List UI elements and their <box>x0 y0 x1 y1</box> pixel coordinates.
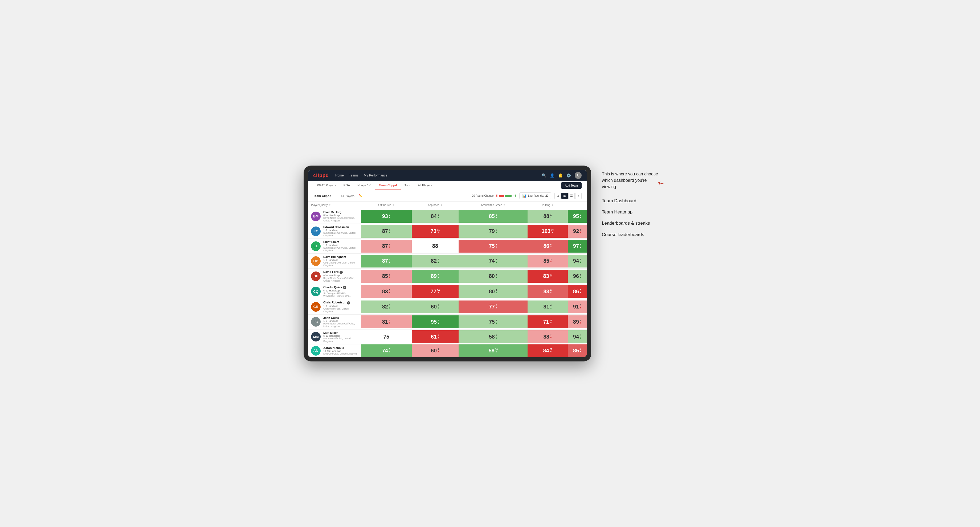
score-value: 73 <box>431 228 436 234</box>
table-row[interactable]: DF David Ford i Plus Handicap Royal Nort… <box>308 268 587 284</box>
score-value: 83 <box>543 273 549 279</box>
change-indicator: 11 ▼ <box>437 229 440 234</box>
change-indicator: 3 ▼ <box>388 289 391 294</box>
player-handicap: 6-10 Handicap <box>323 289 358 292</box>
score-box: 89 2 ▼ <box>568 316 587 328</box>
up-arrow-icon: ▲ <box>551 231 554 234</box>
tab-team-clippd[interactable]: Team Clippd <box>375 181 401 190</box>
change-indicator: 1 ▲ <box>495 289 498 294</box>
table-row[interactable]: CQ Charlie Quick i 6-10 Handicap St. Geo… <box>308 284 587 299</box>
tab-pgat-players[interactable]: PGAT Players <box>313 181 340 190</box>
player-cell: BM Blair McHarg Plus Handicap Royal Nort… <box>308 209 361 224</box>
player-count: 14 Players <box>340 194 355 197</box>
settings-icon[interactable]: ⚙️ <box>566 173 571 178</box>
up-arrow-icon: ▲ <box>388 216 391 219</box>
col-header-green: Around the Green ▼ <box>458 202 528 209</box>
search-icon[interactable]: 🔍 <box>542 173 546 178</box>
view-table-button[interactable]: ▦ <box>562 193 568 199</box>
tablet-screen: clippd Home Teams My Performance 🔍 👤 🔔 ⚙… <box>308 170 587 357</box>
table-body: BM Blair McHarg Plus Handicap Royal Nort… <box>308 209 587 357</box>
player-club: Sunningdale Golf Club, United Kingdom <box>323 232 358 237</box>
edit-icon[interactable]: ✏️ <box>359 194 363 197</box>
sort-icon-putting[interactable]: ▼ <box>551 204 554 206</box>
player-name: Dave Billingham <box>323 255 358 259</box>
table-row[interactable]: EC Edward Crossman 1-5 Handicap Sunningd… <box>308 224 587 239</box>
add-team-button[interactable]: Add Team <box>561 182 582 189</box>
player-handicap: 11-15 Handicap <box>323 349 357 352</box>
app-logo: clippd <box>313 173 329 178</box>
bell-icon[interactable]: 🔔 <box>558 173 563 178</box>
player-avatar: DB <box>311 256 321 266</box>
score-box: 103 15 ▲ <box>528 225 568 238</box>
table-row[interactable]: BM Blair McHarg Plus Handicap Royal Nort… <box>308 209 587 224</box>
sort-icon-player[interactable]: ▼ <box>329 204 331 206</box>
view-grid-button[interactable]: ⊞ <box>554 193 561 199</box>
score-cell: 84 6 ▲ <box>412 209 459 224</box>
score-cell: 60 2 ▲ <box>412 299 459 314</box>
sort-icon-green[interactable]: ▼ <box>503 204 506 206</box>
table-row[interactable]: JC Josh Coles 1-5 Handicap Royal North D… <box>308 314 587 329</box>
score-cell: 83 3 ▼ <box>361 284 412 299</box>
sort-icon-tee[interactable]: ▼ <box>392 204 395 206</box>
score-cell: 80 1 ▲ <box>458 284 528 299</box>
score-cell: 86 6 ▼ <box>528 239 568 254</box>
change-indicator: 8 ▲ <box>388 348 391 353</box>
score-cell: 87 4 ▲ <box>361 254 412 268</box>
change-indicator: 9 ▲ <box>495 229 498 234</box>
table-row[interactable]: MM Matt Miller 6-10 Handicap Woburn Golf… <box>308 329 587 344</box>
up-arrow-icon: ▲ <box>437 261 439 264</box>
score-value: 85 <box>543 258 549 264</box>
score-box: 91 3 ▼ <box>568 300 587 313</box>
down-arrow-icon: ▼ <box>550 351 552 353</box>
tab-hcaps[interactable]: Hcaps 1-5 <box>354 181 375 190</box>
view-expand-button[interactable]: ↕ <box>575 193 582 199</box>
score-cell: 75 2 ▲ <box>458 314 528 329</box>
table-row[interactable]: AN Aaron Nicholls 11-15 Handicap Drift G… <box>308 344 587 357</box>
up-arrow-icon: ▲ <box>388 231 391 234</box>
tab-pga[interactable]: PGA <box>340 181 354 190</box>
player-club: Sunningdale Golf Club, United Kingdom <box>323 246 358 252</box>
nav-home[interactable]: Home <box>335 173 344 177</box>
up-arrow-icon: ▲ <box>495 351 498 353</box>
table-row[interactable]: CR Chris Robertson i 1-5 Handicap Craigm… <box>308 299 587 314</box>
player-avatar: EE <box>311 241 321 251</box>
down-arrow-icon: ▼ <box>550 292 552 294</box>
player-club: Woburn Golf Club, United Kingdom <box>323 337 358 343</box>
last-rounds-button[interactable]: 📊 Last Rounds: 20 <box>519 192 551 199</box>
up-arrow-icon: ▲ <box>495 322 498 324</box>
score-value: 86 <box>573 289 579 295</box>
score-box: 97 5 ▲ <box>568 240 587 252</box>
down-arrow-icon: ▼ <box>579 292 582 294</box>
info-badge[interactable]: i <box>339 271 343 274</box>
score-value: 75 <box>489 243 495 249</box>
tab-all-players[interactable]: All Players <box>414 181 436 190</box>
score-box: 88 2 ▼ <box>528 330 568 343</box>
up-arrow-icon: ▲ <box>495 276 498 279</box>
player-info: Elliot Ebert 1-5 Handicap Sunningdale Go… <box>323 240 358 252</box>
score-value: 88 <box>432 243 438 249</box>
view-list-button[interactable]: ☰ <box>568 193 575 199</box>
table-row[interactable]: DB Dave Billingham 1-5 Handicap Gog Mago… <box>308 254 587 268</box>
score-value: 83 <box>543 289 549 295</box>
player-name: David Ford i <box>323 270 358 274</box>
score-value: 93 <box>382 213 388 219</box>
change-indicator: 1 ▲ <box>495 259 498 264</box>
change-bar <box>499 195 512 197</box>
avatar[interactable]: U <box>575 172 582 179</box>
change-indicator: 3 ▼ <box>388 243 391 249</box>
score-value: 96 <box>573 273 579 279</box>
sort-icon-approach[interactable]: ▼ <box>440 204 442 206</box>
bar-red <box>499 195 504 197</box>
player-info: Dave Billingham 1-5 Handicap Gog Magog G… <box>323 255 358 267</box>
info-badge[interactable]: i <box>343 286 346 289</box>
nav-my-performance[interactable]: My Performance <box>364 173 387 177</box>
nav-teams[interactable]: Teams <box>349 173 358 177</box>
score-box: 84 6 ▲ <box>412 210 459 223</box>
player-handicap: Plus Handicap <box>323 214 358 217</box>
table-row[interactable]: EE Elliot Ebert 1-5 Handicap Sunningdale… <box>308 239 587 254</box>
up-arrow-icon: ▲ <box>495 231 498 234</box>
up-arrow-icon: ▲ <box>495 337 498 339</box>
user-icon[interactable]: 👤 <box>550 173 554 178</box>
info-badge[interactable]: i <box>347 301 350 305</box>
tab-tour[interactable]: Tour <box>401 181 414 190</box>
